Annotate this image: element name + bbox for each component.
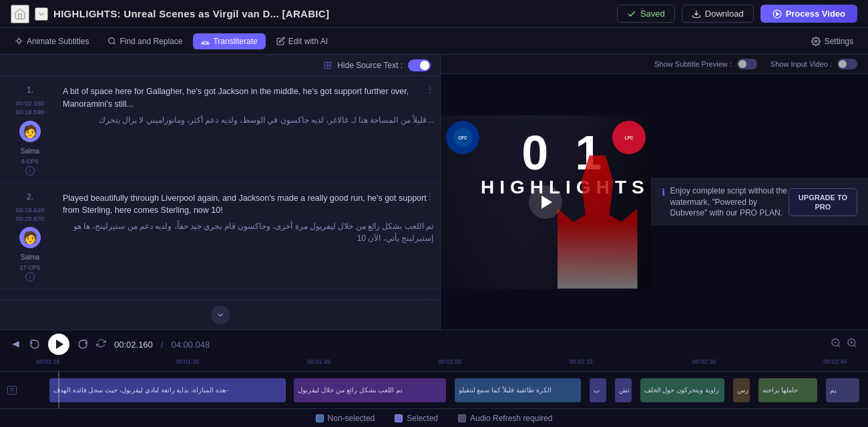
entry-time-2: 00:18.610 00:25.670: [16, 205, 44, 224]
back-5s-button[interactable]: [29, 339, 40, 350]
clip-segment-3[interactable]: ب: [590, 378, 606, 402]
settings-button[interactable]: Settings: [803, 33, 861, 49]
hide-source-toggle[interactable]: [408, 59, 431, 71]
entry-num-1: 1.: [27, 85, 33, 95]
home-button[interactable]: [11, 5, 29, 23]
entry-meta-1: 1. 00:02.160 00:18.590 🧑 Salma 6 CPS i: [0, 83, 60, 175]
forward-5s-button[interactable]: [77, 339, 88, 350]
right-panel: Show Subtitle Preview : Show Input Video…: [441, 55, 868, 330]
grid-icon: ⊞: [323, 59, 332, 71]
clip-segment-6[interactable]: رس: [733, 378, 750, 402]
find-replace-button[interactable]: Find and Replace: [99, 33, 190, 49]
timeline-area: 00:02.160 / 04:00.048 00:01:15 00:01:30 …: [0, 330, 868, 427]
saved-button[interactable]: Saved: [617, 5, 675, 23]
timeline-ruler: 00:01:15 00:01:30 00:01:45 00:02:00 00:0…: [0, 358, 868, 372]
entry-source-text-1[interactable]: A bit of space here for Gallagher, he's …: [63, 85, 433, 111]
video-background: CFC LFC 0 1 HIGHLIGHTS: [441, 115, 651, 289]
subtitle-entry-2: 2. 00:18.610 00:25.670 🧑 Salma 17 CPS i …: [0, 183, 440, 290]
play-icon: [541, 195, 552, 209]
clip-segment-2[interactable]: الكرة طائفية قليلاً كما سمع لتنقيلو: [455, 378, 582, 402]
status-audio-refresh: Audio Refresh required: [458, 414, 552, 423]
play-pause-button[interactable]: [48, 334, 69, 355]
input-video-toggle[interactable]: [837, 59, 857, 69]
info-icon-1[interactable]: i: [25, 166, 35, 175]
avatar-2: 🧑: [19, 227, 41, 248]
main-area: ⊞ Hide Source Text : 1. 00:02.160 00:18.…: [0, 55, 868, 330]
upgrade-banner: ℹ Enjoy complete script without the wate…: [651, 178, 868, 226]
play-triangle-icon: [56, 340, 63, 349]
ruler-mark-5: 00:02:30: [692, 358, 716, 365]
ruler-mark-1: 00:01:30: [176, 358, 199, 365]
hide-source-label: Hide Source Text :: [337, 61, 403, 70]
download-button[interactable]: Download: [682, 5, 754, 23]
track-inner[interactable]: هذه المباراة، بداية رائعة لنادي ليفربول،…: [24, 372, 868, 408]
entry-translation-2[interactable]: تم اللعب بشكل رائع من خلال ليفربول مرة أ…: [63, 220, 433, 244]
entry-cps-2: 17 CPS: [19, 264, 40, 271]
clip-segment-7[interactable]: حاملها براحته: [758, 378, 817, 402]
clip-track: هذه المباراة، بداية رائعة لنادي ليفربول،…: [0, 372, 868, 408]
clip-segment-5[interactable]: زاوية ويتحركون حول الخلف: [640, 378, 724, 402]
svg-text:LFC: LFC: [624, 135, 633, 140]
video-play-button[interactable]: [529, 185, 562, 219]
entry-more-button-2[interactable]: ⋮: [425, 191, 435, 201]
entry-source-text-3[interactable]: Or is it?: [63, 298, 433, 300]
track-icon: [0, 385, 24, 396]
subtitle-preview-toggle[interactable]: [737, 59, 757, 69]
subtitle-editor-panel: ⊞ Hide Source Text : 1. 00:02.160 00:18.…: [0, 55, 441, 330]
process-video-button[interactable]: Process Video: [761, 5, 857, 23]
entry-more-button-1[interactable]: ⋮: [425, 84, 435, 95]
entry-num-3: 3.: [27, 298, 33, 300]
time-separator: /: [161, 340, 164, 350]
playhead: [58, 372, 59, 408]
transliterate-button[interactable]: Transliterate: [193, 33, 265, 49]
ruler-mark-4: 00:02:15: [570, 358, 593, 365]
video-preview: CFC LFC 0 1 HIGHLIGHTS: [441, 115, 651, 289]
svg-point-2: [17, 39, 21, 43]
audio-refresh-label: Audio Refresh required: [470, 414, 552, 423]
ruler-mark-0: 00:01:15: [36, 358, 59, 365]
svg-marker-1: [776, 12, 779, 15]
clip-segment-1[interactable]: تم اللعب بشكل رائع من خلال ليفربول: [294, 378, 446, 402]
expand-chevron-button[interactable]: [35, 7, 48, 21]
clip-segment-8[interactable]: يم: [826, 378, 860, 402]
entry-speaker-2: Salma: [21, 254, 39, 261]
top-bar: HIGHLIGHTS: Unreal Scenes as Virgil van …: [0, 0, 868, 28]
liverpool-logo: LFC: [612, 121, 646, 154]
zoom-out-button[interactable]: [831, 338, 841, 351]
animate-subtitles-button[interactable]: Animate Subtitles: [7, 33, 97, 49]
audio-refresh-dot: [458, 414, 466, 422]
ruler-mark-3: 00:02:00: [438, 358, 461, 365]
entry-more-button-3[interactable]: ⋮: [425, 297, 435, 300]
ruler-mark-6: 00:02:45: [823, 358, 847, 365]
status-selected: Selected: [395, 414, 438, 423]
entry-source-text-2[interactable]: Played beautifully through Liverpool aga…: [63, 192, 433, 218]
entry-content-3: Or is it? أم هو؟: [60, 296, 440, 300]
entry-cps-1: 6 CPS: [21, 158, 39, 165]
toolbar: Animate Subtitles Find and Replace Trans…: [0, 28, 868, 55]
entry-meta-3: 3. 00:25.690 00:27.489 🧑 Salma 3 CPS i: [0, 296, 60, 300]
clip-segment-0[interactable]: هذه المباراة، بداية رائعة لنادي ليفربول،…: [49, 378, 286, 402]
info-icon-2[interactable]: i: [25, 272, 35, 282]
previous-button[interactable]: [11, 339, 21, 350]
zoom-controls: [831, 338, 857, 351]
entry-translation-1[interactable]: ...قليلاً من المساحة هنا لـ غالاغر، لديه…: [63, 114, 433, 126]
timeline-controls: 00:02.160 / 04:00.048: [0, 330, 868, 358]
status-bar: Non-selected Selected Audio Refresh requ…: [0, 408, 868, 427]
upgrade-message: ℹ Enjoy complete script without the wate…: [662, 185, 789, 219]
selected-dot: [395, 414, 403, 422]
subtitles-list: 1. 00:02.160 00:18.590 🧑 Salma 6 CPS i A…: [0, 76, 440, 300]
upgrade-to-pro-button[interactable]: UPGRADE TO PRO: [789, 188, 857, 217]
show-input-video-label: Show Input Video :: [771, 60, 832, 68]
edit-ai-button[interactable]: Edit with AI: [268, 33, 336, 49]
ruler-marks: 00:01:15 00:01:30 00:01:45 00:02:00 00:0…: [48, 358, 868, 371]
entry-content-2: Played beautifully through Liverpool aga…: [60, 189, 440, 282]
svg-point-3: [109, 38, 115, 44]
refresh-button[interactable]: [96, 338, 106, 350]
scroll-down-button[interactable]: [211, 306, 230, 324]
top-bar-left: HIGHLIGHTS: Unreal Scenes as Virgil van …: [11, 5, 329, 23]
non-selected-dot: [316, 414, 324, 422]
zoom-in-button[interactable]: [847, 338, 857, 351]
svg-marker-9: [12, 341, 19, 347]
page-title: HIGHLIGHTS: Unreal Scenes as Virgil van …: [53, 8, 329, 19]
clip-segment-4[interactable]: تش: [615, 378, 632, 402]
